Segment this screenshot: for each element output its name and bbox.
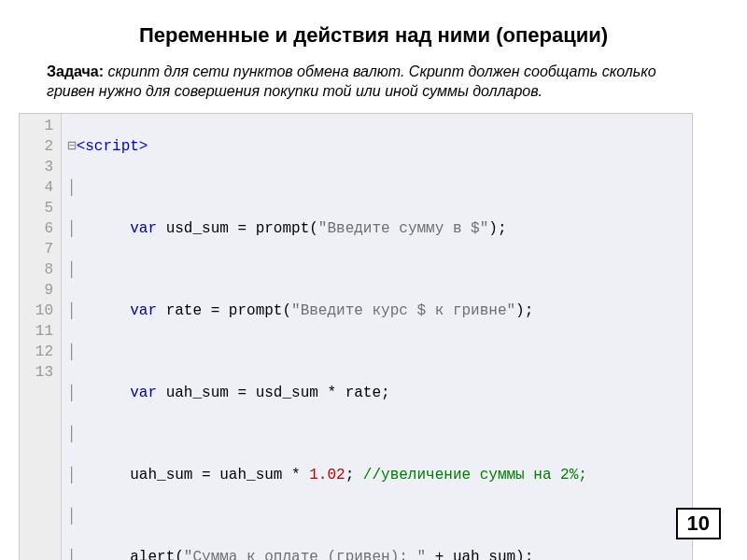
line-number: 10 [29,301,53,321]
code-line: │ var rate = prompt("Введите курс $ к гр… [67,301,684,321]
fold-bar-icon: │ [67,549,77,560]
code-text: ); [515,302,533,319]
comment: //увеличение суммы на 2%; [363,467,587,483]
number-literal: 1.02 [309,467,345,483]
string-literal: "Сумма к оплате (гривен): " [184,549,426,560]
code-block: 1 2 3 4 5 6 7 8 9 10 11 12 13 ⊟<script> … [19,113,693,560]
line-number: 9 [29,280,53,301]
fold-bar-icon: │ [67,261,77,278]
slide-title: Переменные и действия над ними (операции… [47,22,700,49]
task-body: скрипт для сети пунктов обмена валют. Ск… [47,63,656,100]
keyword-var: var [130,302,157,319]
fold-bar-icon: │ [67,467,77,483]
code-text: usd_sum = prompt( [157,220,318,237]
line-number: 7 [29,239,53,259]
fold-bar-icon: │ [67,508,77,525]
code-line: ⊟<script> [67,136,684,157]
line-number: 11 [29,321,53,342]
fold-bar-icon: │ [67,343,77,360]
fold-open-icon: ⊟ [67,138,77,155]
code-text: uah_sum = uah_sum * [130,467,309,483]
line-number: 12 [29,342,53,362]
code-line: │ var uah_sum = usd_sum * rate; [67,383,684,403]
page-number: 10 [676,508,721,539]
code-text: alert( [130,549,184,560]
code-text: uah_sum = usd_sum * rate; [157,385,390,401]
fold-bar-icon: │ [67,220,77,237]
code-text: ; [345,467,363,483]
string-literal: "Введите курс $ к гривне" [291,302,515,319]
line-number: 13 [29,362,53,383]
task-paragraph: Задача: скрипт для сети пунктов обмена в… [47,62,700,102]
code-line: │ [67,259,684,280]
code-line: │ [67,177,684,198]
fold-bar-icon: │ [67,179,77,196]
line-number: 8 [29,259,53,280]
code-line: │ [67,506,684,526]
code-line: │ [67,342,684,362]
fold-bar-icon: │ [67,385,77,401]
fold-bar-icon: │ [67,426,77,442]
line-number: 3 [29,157,53,177]
keyword-var: var [130,385,157,401]
code-line: │ [67,424,684,444]
line-number-gutter: 1 2 3 4 5 6 7 8 9 10 11 12 13 [20,114,62,560]
line-number: 6 [29,218,53,239]
line-number: 2 [29,136,53,157]
code-area: ⊟<script> │ │ var usd_sum = prompt("Введ… [62,114,692,560]
code-line: │ uah_sum = uah_sum * 1.02; //увеличение… [67,465,684,485]
keyword-var: var [130,220,157,237]
code-text: ); [488,220,506,237]
code-text: rate = prompt( [157,302,291,319]
line-number: 4 [29,177,53,198]
tag-open: <script> [77,138,148,155]
code-text: + uah_sum); [426,549,533,560]
line-number: 1 [29,116,53,136]
code-line: │ var usd_sum = prompt("Введите сумму в … [67,218,684,239]
code-line: │ alert("Сумма к оплате (гривен): " + ua… [67,547,684,560]
task-label: Задача: [47,63,104,79]
line-number: 5 [29,198,53,218]
fold-bar-icon: │ [67,302,77,319]
string-literal: "Введите сумму в $" [318,220,488,237]
